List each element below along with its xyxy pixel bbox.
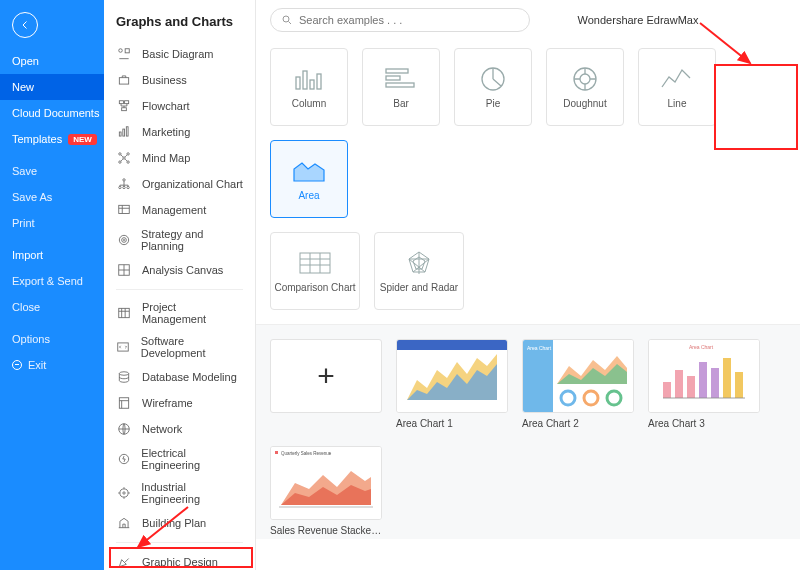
svg-rect-69 xyxy=(275,451,278,454)
sidebar-item-close[interactable]: Close xyxy=(0,294,104,320)
wireframe-icon xyxy=(116,395,132,411)
tile-column[interactable]: Column xyxy=(270,48,348,126)
svg-point-19 xyxy=(119,235,128,244)
category-item-project-mgmt[interactable]: Project Management xyxy=(104,296,255,330)
svg-point-0 xyxy=(119,49,123,53)
mind-map-icon xyxy=(116,150,132,166)
category-item-wireframe[interactable]: Wireframe xyxy=(104,390,255,416)
graphic-design-icon xyxy=(116,554,132,570)
back-button[interactable] xyxy=(12,12,38,38)
electrical-icon xyxy=(116,451,131,467)
category-item-basic-diagram[interactable]: Basic Diagram xyxy=(104,41,255,67)
svg-point-15 xyxy=(119,186,121,188)
search-input[interactable] xyxy=(299,14,519,26)
template-stacked-area[interactable]: Quarterly Sales RevenueSales Revenue Sta… xyxy=(270,446,382,539)
tiles-area: Column Bar Pie Doughnut Line Area Compar… xyxy=(256,40,800,555)
svg-rect-5 xyxy=(122,108,127,111)
svg-point-29 xyxy=(120,489,128,497)
sidebar-item-open[interactable]: Open xyxy=(0,48,104,74)
database-icon xyxy=(116,369,132,385)
tile-comparison[interactable]: Comparison Chart xyxy=(270,232,360,310)
sidebar-item-cloud-documents[interactable]: Cloud Documents xyxy=(0,100,104,126)
sidebar-item-print[interactable]: Print xyxy=(0,210,104,236)
spider-chart-icon xyxy=(401,250,437,276)
svg-rect-44 xyxy=(386,83,414,87)
tile-area[interactable]: Area xyxy=(270,140,348,218)
svg-rect-48 xyxy=(300,253,330,273)
sidebar-item-exit[interactable]: Exit xyxy=(0,352,104,378)
category-item-electrical[interactable]: Electrical Engineering xyxy=(104,442,255,476)
column-chart-icon xyxy=(291,66,327,92)
arrow-left-icon xyxy=(19,19,31,31)
svg-point-9 xyxy=(123,157,125,159)
sidebar-item-export-send[interactable]: Export & Send xyxy=(0,268,104,294)
sidebar-item-import[interactable]: Import xyxy=(0,242,104,268)
app-root: Open New Cloud Documents TemplatesNEW Sa… xyxy=(0,0,800,570)
management-icon xyxy=(116,202,132,218)
template-section: + Area Chart 1 Area ChartArea Chart 2 Ar… xyxy=(256,324,800,539)
category-item-analysis[interactable]: Analysis Canvas xyxy=(104,257,255,283)
svg-rect-52 xyxy=(397,340,507,350)
category-item-business[interactable]: Business xyxy=(104,67,255,93)
category-column: Graphs and Charts Basic Diagram Business… xyxy=(104,0,256,570)
comparison-chart-icon xyxy=(297,250,333,276)
tile-doughnut[interactable]: Doughnut xyxy=(546,48,624,126)
category-header: Graphs and Charts xyxy=(104,0,255,37)
svg-rect-39 xyxy=(303,71,307,89)
pie-chart-icon xyxy=(475,66,511,92)
template-row-1: + Area Chart 1 Area ChartArea Chart 2 Ar… xyxy=(270,339,786,432)
category-item-graphic-design[interactable]: Graphic Design xyxy=(104,549,255,570)
template-blank[interactable]: + xyxy=(270,339,382,432)
template-area-chart-3[interactable]: Area ChartArea Chart 3 xyxy=(648,339,760,432)
category-item-mind-map[interactable]: Mind Map xyxy=(104,145,255,171)
svg-rect-4 xyxy=(125,101,129,104)
category-item-flowchart[interactable]: Flowchart xyxy=(104,93,255,119)
tile-bar[interactable]: Bar xyxy=(362,48,440,126)
tile-line[interactable]: Line xyxy=(638,48,716,126)
svg-point-13 xyxy=(127,161,129,163)
category-item-building[interactable]: Building Plan xyxy=(104,510,255,536)
area-chart-3-preview: Area Chart xyxy=(649,340,759,412)
brand-title: Wondershare EdrawMax xyxy=(544,14,732,26)
sidebar-item-new[interactable]: New xyxy=(0,74,104,100)
svg-point-10 xyxy=(119,153,121,155)
tile-pie[interactable]: Pie xyxy=(454,48,532,126)
svg-rect-64 xyxy=(699,362,707,398)
sidebar-item-options[interactable]: Options xyxy=(0,326,104,352)
category-item-org-chart[interactable]: Organizational Chart xyxy=(104,171,255,197)
template-area-chart-1[interactable]: Area Chart 1 xyxy=(396,339,508,432)
category-item-industrial[interactable]: Industrial Engineering xyxy=(104,476,255,510)
svg-rect-42 xyxy=(386,69,408,73)
category-scroll[interactable]: Basic Diagram Business Flowchart Marketi… xyxy=(104,37,255,570)
sidebar-item-save[interactable]: Save xyxy=(0,158,104,184)
sidebar-item-templates[interactable]: TemplatesNEW xyxy=(0,126,104,152)
category-item-marketing[interactable]: Marketing xyxy=(104,119,255,145)
svg-text:Quarterly Sales Revenue: Quarterly Sales Revenue xyxy=(281,451,332,456)
stacked-area-preview: Quarterly Sales Revenue xyxy=(271,447,381,519)
template-area-chart-2[interactable]: Area ChartArea Chart 2 xyxy=(522,339,634,432)
sidebar-item-save-as[interactable]: Save As xyxy=(0,184,104,210)
org-chart-icon xyxy=(116,176,132,192)
svg-rect-23 xyxy=(119,308,130,317)
software-dev-icon xyxy=(116,339,131,355)
bar-chart-icon xyxy=(383,66,419,92)
category-item-management[interactable]: Management xyxy=(104,197,255,223)
topbar: Wondershare EdrawMax xyxy=(256,0,800,40)
tile-spider[interactable]: Spider and Radar xyxy=(374,232,464,310)
category-item-database[interactable]: Database Modeling xyxy=(104,364,255,390)
svg-point-14 xyxy=(123,179,125,181)
svg-rect-40 xyxy=(310,80,314,89)
svg-rect-63 xyxy=(687,376,695,398)
svg-point-20 xyxy=(121,238,126,243)
category-item-software-dev[interactable]: Software Development xyxy=(104,330,255,364)
search-box[interactable] xyxy=(270,8,530,32)
svg-rect-66 xyxy=(723,358,731,398)
svg-point-47 xyxy=(580,74,590,84)
category-item-strategy[interactable]: Strategy and Planning xyxy=(104,223,255,257)
category-item-network[interactable]: Network xyxy=(104,416,255,442)
building-icon xyxy=(116,515,132,531)
exit-icon xyxy=(12,360,22,370)
svg-rect-6 xyxy=(119,132,121,136)
svg-point-17 xyxy=(127,186,129,188)
line-chart-icon xyxy=(659,66,695,92)
